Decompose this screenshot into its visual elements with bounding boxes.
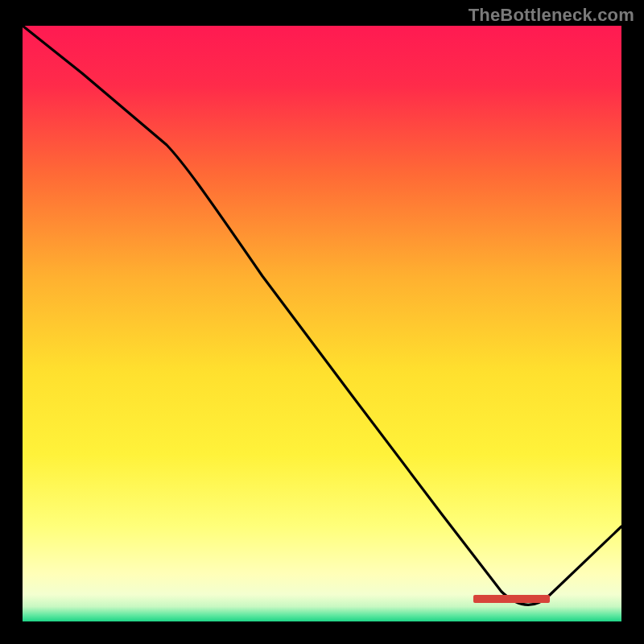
data-curve [23,26,621,621]
plot-area [23,26,621,621]
watermark-text: TheBottleneck.com [469,5,634,26]
chart-frame: TheBottleneck.com [0,0,644,644]
annotation-block [473,595,550,603]
